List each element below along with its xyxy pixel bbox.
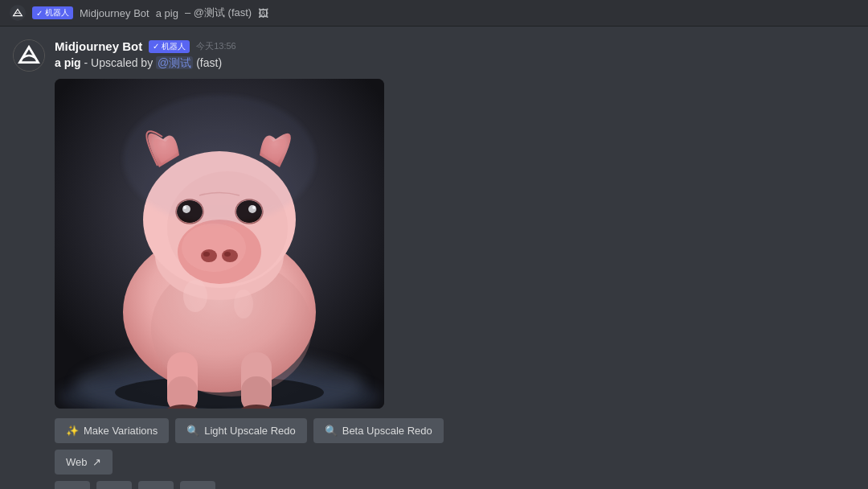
desc-bold: a pig <box>55 56 81 69</box>
top-bar-title-suffix: – @测试 (fast) <box>185 6 252 20</box>
beta-upscale-redo-icon: 🔍 <box>325 425 338 437</box>
beta-upscale-redo-label: Beta Upscale Redo <box>342 425 432 437</box>
web-button[interactable]: Web ↗ <box>55 450 113 475</box>
emoji-button-3[interactable]: 😀 <box>138 481 174 489</box>
message-header: Midjourney Bot ✓ 机器人 今天13:56 <box>55 39 450 53</box>
message-column: Midjourney Bot ✓ 机器人 今天13:56 a pig - Ups… <box>55 39 450 489</box>
message-badge-check: ✓ <box>153 42 159 51</box>
main-content: Midjourney Bot ✓ 机器人 今天13:56 a pig - Ups… <box>0 27 868 489</box>
svg-point-19 <box>201 249 217 262</box>
svg-point-21 <box>203 252 210 257</box>
svg-point-31 <box>183 280 207 312</box>
emoji-button-2[interactable]: 😑 <box>96 481 132 489</box>
message-badge-label: 机器人 <box>162 41 186 52</box>
svg-rect-10 <box>167 376 198 409</box>
svg-point-18 <box>182 224 246 272</box>
action-buttons-row1: ✨ Make Variations 🔍 Light Upscale Redo 🔍… <box>55 418 450 475</box>
light-upscale-redo-button[interactable]: 🔍 Light Upscale Redo <box>175 418 306 443</box>
at-mention: @测试 <box>156 56 193 69</box>
web-external-icon: ↗ <box>92 456 101 468</box>
top-bar: ✓ 机器人 Midjourney Bot a pig – @测试 (fast) … <box>0 0 868 27</box>
web-label: Web <box>66 456 88 468</box>
desc-rest: - Upscaled by <box>81 56 156 69</box>
badge-check: ✓ <box>36 9 43 18</box>
light-upscale-redo-label: Light Upscale Redo <box>204 425 295 437</box>
bot-avatar <box>13 39 45 72</box>
timestamp: 今天13:56 <box>196 40 236 52</box>
pig-image-container <box>55 79 384 409</box>
top-bar-title-prefix: a pig <box>156 7 178 19</box>
beta-upscale-redo-button[interactable]: 🔍 Beta Upscale Redo <box>313 418 444 443</box>
emoji-button-4[interactable]: 😍 <box>180 481 215 489</box>
bot-name: Midjourney Bot <box>55 39 142 53</box>
right-panel <box>460 39 855 489</box>
light-upscale-redo-icon: 🔍 <box>186 425 199 437</box>
svg-point-22 <box>224 252 231 257</box>
message-description: a pig - Upscaled by @测试 (fast) <box>55 56 450 71</box>
avatar-column <box>13 39 45 489</box>
desc-end: (fast) <box>193 56 222 69</box>
top-bar-image-icon: 🖼 <box>258 7 268 19</box>
emoji-button-1[interactable]: 😖 <box>55 481 90 489</box>
emoji-buttons-row2: 😖 😑 😀 😍 <box>55 481 450 489</box>
svg-rect-11 <box>241 376 272 409</box>
top-bar-bot-name: Midjourney Bot <box>80 7 149 19</box>
top-bar-avatar <box>10 5 26 21</box>
make-variations-label: Make Variations <box>84 425 158 437</box>
svg-point-20 <box>222 249 238 262</box>
top-bar-badge: ✓ 机器人 <box>32 6 73 19</box>
message-badge: ✓ 机器人 <box>149 40 190 53</box>
svg-point-33 <box>123 95 316 224</box>
pig-image <box>55 79 384 409</box>
svg-point-32 <box>234 290 253 318</box>
make-variations-icon: ✨ <box>66 425 79 437</box>
badge-label: 机器人 <box>45 7 69 18</box>
make-variations-button[interactable]: ✨ Make Variations <box>55 418 169 443</box>
